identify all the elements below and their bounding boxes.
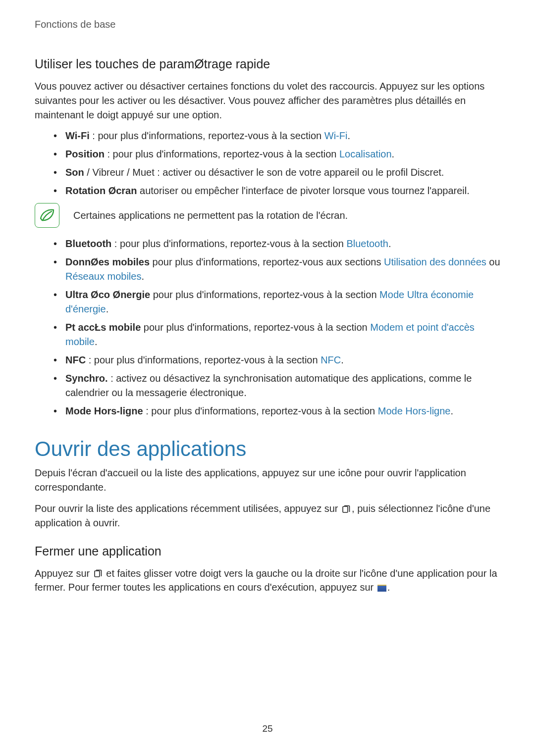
close-app-p-a: Appuyez sur: [35, 568, 93, 579]
item-text: pour plus d'informations, reportez-vous …: [113, 149, 339, 159]
item-after: .: [450, 405, 453, 416]
list-item: Wi-Fi : pour plus d'informations, report…: [54, 129, 500, 143]
item-after: .: [95, 336, 98, 347]
open-apps-p2: Pour ouvrir la liste des applications ré…: [35, 502, 500, 530]
item-label: Mode Hors-ligne: [65, 405, 143, 416]
list-item: NFC : pour plus d'informations, reportez…: [54, 353, 500, 367]
open-apps-heading: Ouvrir des applications: [35, 437, 500, 461]
cross-ref-link[interactable]: Utilisation des données: [384, 256, 486, 267]
page-number: 25: [0, 723, 535, 734]
close-all-icon: [377, 585, 386, 592]
close-app-heading: Fermer une application: [35, 544, 500, 558]
item-separator: :: [111, 238, 120, 249]
item-text: pour plus d'informations, reportez-vous …: [98, 130, 324, 141]
item-text: pour plus d'informations, reportez-vous …: [144, 322, 370, 333]
item-label: Rotation Øcran: [65, 185, 137, 196]
svg-rect-0: [343, 506, 348, 512]
item-text: activez ou désactivez la synchronisation…: [65, 373, 472, 398]
svg-rect-1: [95, 571, 100, 577]
item-text: Vibreur / Muet : activer ou désactiver l…: [92, 167, 444, 178]
item-label: Son: [65, 167, 84, 178]
cross-ref-link[interactable]: Réseaux mobiles: [65, 271, 141, 282]
item-after: .: [347, 130, 350, 141]
item-text: autoriser ou empêcher l'interface de piv…: [140, 185, 470, 196]
close-app-p-c: .: [387, 582, 390, 593]
note-text: Certaines applications ne permettent pas…: [73, 210, 348, 221]
item-label: Wi-Fi: [65, 130, 90, 141]
item-separator: :: [105, 149, 113, 159]
list-item: Pt accŁs mobile pour plus d'informations…: [54, 320, 500, 349]
close-app-p: Appuyez sur et faites glisser votre doig…: [35, 566, 500, 595]
cross-ref-link[interactable]: Wi-Fi: [324, 130, 348, 141]
cross-ref-link[interactable]: Bluetooth: [346, 238, 388, 249]
recent-apps-icon: [342, 505, 351, 514]
list-item: Mode Hors-ligne : pour plus d'informatio…: [54, 404, 500, 418]
item-label: Synchro.: [65, 373, 108, 384]
item-text: pour plus d'informations, reportez-vous …: [151, 405, 377, 416]
page-header: Fonctions de base: [35, 19, 500, 30]
item-separator: :: [108, 373, 116, 384]
quick-settings-list-1: Wi-Fi : pour plus d'informations, report…: [54, 129, 500, 198]
item-label: Ultra Øco Ønergie: [65, 289, 150, 300]
item-after: .: [106, 303, 109, 314]
open-apps-p2a: Pour ouvrir la liste des applications ré…: [35, 503, 341, 514]
list-item: Ultra Øco Ønergie pour plus d'informatio…: [54, 288, 500, 316]
item-after: .: [141, 271, 144, 282]
item-label: Bluetooth: [65, 238, 111, 249]
item-separator: :: [90, 130, 98, 141]
list-item: Position : pour plus d'informations, rep…: [54, 147, 500, 161]
item-text: pour plus d'informations, reportez-vous …: [153, 289, 379, 300]
item-text: ou: [486, 256, 500, 267]
item-separator: /: [84, 167, 93, 178]
item-label: Pt accŁs mobile: [65, 322, 141, 333]
quick-settings-list-2: Bluetooth : pour plus d'informations, re…: [54, 237, 500, 418]
item-text: pour plus d'informations, reportez-vous …: [120, 238, 346, 249]
item-after: .: [341, 354, 344, 365]
item-label: NFC: [65, 354, 86, 365]
item-after: .: [392, 149, 395, 159]
list-item: Synchro. : activez ou désactivez la sync…: [54, 371, 500, 400]
item-separator: :: [86, 354, 94, 365]
open-apps-p1: Depuis l'écran d'accueil ou la liste des…: [35, 466, 500, 495]
note-block: Certaines applications ne permettent pas…: [35, 203, 500, 228]
cross-ref-link[interactable]: NFC: [321, 354, 341, 365]
list-item: DonnØes mobiles pour plus d'informations…: [54, 255, 500, 284]
cross-ref-link[interactable]: Localisation: [339, 149, 392, 159]
item-text: pour plus d'informations, reportez-vous …: [94, 354, 321, 365]
recent-apps-icon: [94, 569, 103, 578]
note-icon: [35, 203, 59, 228]
cross-ref-link[interactable]: Mode Hors-ligne: [378, 405, 451, 416]
quick-settings-intro: Vous pouvez activer ou désactiver certai…: [35, 79, 500, 122]
item-text: pour plus d'informations, reportez-vous …: [153, 256, 384, 267]
item-label: Position: [65, 149, 105, 159]
list-item: Rotation Øcran autoriser ou empêcher l'i…: [54, 184, 500, 198]
item-separator: :: [143, 405, 152, 416]
item-after: .: [388, 238, 391, 249]
document-page: Fonctions de base Utiliser les touches d…: [0, 0, 535, 756]
close-app-p-b: et faites glisser votre doigt vers la ga…: [35, 568, 497, 593]
list-item: Bluetooth : pour plus d'informations, re…: [54, 237, 500, 251]
item-label: DonnØes mobiles: [65, 256, 150, 267]
list-item: Son / Vibreur / Muet : activer ou désact…: [54, 165, 500, 180]
quick-settings-heading: Utiliser les touches de paramØtrage rapi…: [35, 57, 500, 71]
